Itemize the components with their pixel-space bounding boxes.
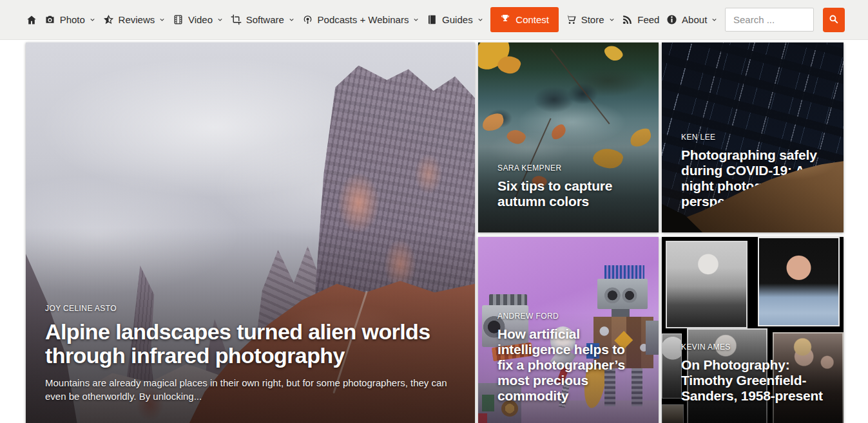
film-icon	[173, 14, 184, 25]
nav-label: Guides	[442, 14, 473, 25]
search-icon	[828, 14, 839, 26]
chevron-down-icon	[608, 16, 615, 23]
chevron-down-icon	[89, 16, 96, 23]
info-icon	[666, 14, 677, 25]
nav-label: Reviews	[119, 14, 155, 25]
article-card-autumn[interactable]: SARA KEMPNER Six tips to capture autumn …	[478, 42, 659, 232]
nav-label: Store	[581, 14, 604, 25]
article-title[interactable]: On Photography: Timothy Greenfield-Sande…	[681, 357, 828, 404]
card-text-block: KEVIN AMES On Photography: Timothy Green…	[681, 343, 828, 404]
home-icon	[26, 14, 37, 26]
nav-label: Feed	[637, 14, 659, 25]
nav-about[interactable]: About	[666, 14, 718, 25]
chevron-down-icon	[288, 16, 295, 23]
chevron-down-icon	[711, 16, 718, 23]
article-card-hero[interactable]: JOY CELINE ASTO Alpine landscapes turned…	[26, 42, 475, 423]
robot-head-shape	[597, 279, 648, 309]
search-input[interactable]	[725, 8, 814, 32]
nav-label: Software	[246, 14, 284, 25]
portrait-tile	[758, 237, 840, 326]
chevron-down-icon	[159, 16, 166, 23]
chevron-down-icon	[477, 16, 484, 23]
article-card-covid-night[interactable]: KEN LEE Photographing safely during COVI…	[662, 42, 844, 232]
rss-icon	[622, 14, 633, 25]
camera-icon	[44, 14, 55, 25]
nav-label: Contest	[516, 14, 549, 25]
article-author[interactable]: KEVIN AMES	[681, 343, 828, 352]
article-title[interactable]: Six tips to capture autumn colors	[497, 178, 643, 209]
podcast-icon	[302, 14, 313, 25]
article-title[interactable]: How artificial intelligence helps to fix…	[497, 326, 643, 404]
cart-icon	[566, 14, 577, 25]
star-half-icon	[103, 14, 114, 25]
nav-feed[interactable]: Feed	[622, 14, 659, 25]
article-card-ai[interactable]: ANDREW FORD How artificial intelligence …	[478, 237, 659, 423]
book-icon	[427, 14, 438, 25]
article-author[interactable]: KEN LEE	[681, 133, 828, 142]
article-author[interactable]: SARA KEMPNER	[497, 164, 643, 173]
nav-software[interactable]: Software	[231, 14, 295, 25]
search-box	[725, 8, 845, 32]
nav-label: About	[682, 14, 707, 25]
chevron-down-icon	[412, 16, 420, 23]
article-author[interactable]: JOY CELINE ASTO	[45, 304, 459, 313]
nav-photo[interactable]: Photo	[44, 14, 96, 25]
featured-articles-grid: JOY CELINE ASTO Alpine landscapes turned…	[26, 42, 844, 423]
search-button[interactable]	[823, 8, 845, 32]
nav-label: Photo	[60, 14, 85, 25]
nav-store[interactable]: Store	[566, 14, 615, 25]
nav-guides[interactable]: Guides	[427, 14, 484, 25]
nav-contest-button[interactable]: Contest	[490, 7, 559, 32]
top-nav: Photo Reviews Video Software Podcasts + …	[0, 0, 868, 40]
nav-reviews[interactable]: Reviews	[103, 14, 166, 25]
nav-video[interactable]: Video	[173, 14, 224, 25]
nav-home[interactable]	[26, 14, 37, 26]
article-author[interactable]: ANDREW FORD	[497, 312, 643, 321]
trophy-icon	[500, 14, 510, 26]
card-text-block: ANDREW FORD How artificial intelligence …	[497, 312, 643, 404]
nav-podcasts[interactable]: Podcasts + Webinars	[302, 14, 420, 25]
card-text-block: SARA KEMPNER Six tips to capture autumn …	[497, 164, 643, 209]
nav-label: Podcasts + Webinars	[318, 14, 409, 25]
chevron-down-icon	[217, 16, 224, 23]
nav-label: Video	[188, 14, 213, 25]
hero-text-block: JOY CELINE ASTO Alpine landscapes turned…	[45, 304, 459, 404]
portrait-tile	[666, 241, 747, 328]
crop-icon	[231, 14, 242, 25]
article-excerpt: Mountains are already magical places in …	[45, 376, 451, 404]
article-title[interactable]: Alpine landscapes turned alien worlds th…	[45, 320, 459, 367]
article-card-portraits[interactable]: KEVIN AMES On Photography: Timothy Green…	[662, 237, 844, 423]
